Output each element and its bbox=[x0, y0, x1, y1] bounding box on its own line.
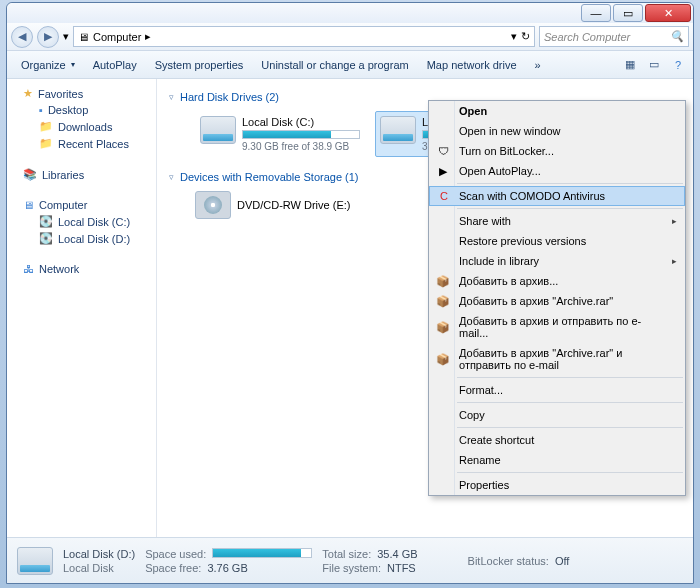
sidebar-recent-places[interactable]: 📁Recent Places bbox=[7, 135, 156, 152]
submenu-arrow-icon: ▸ bbox=[672, 216, 677, 226]
dvd-icon bbox=[195, 191, 231, 219]
menu-open-autoplay[interactable]: ▶Open AutoPlay... bbox=[429, 161, 685, 181]
refresh-icon[interactable]: ↻ bbox=[521, 30, 530, 43]
status-free-value: 3.76 GB bbox=[207, 562, 247, 574]
history-dropdown[interactable]: ▾ bbox=[63, 30, 69, 43]
sidebar-downloads[interactable]: 📁Downloads bbox=[7, 118, 156, 135]
close-button[interactable]: ✕ bbox=[645, 4, 691, 22]
toolbar-autoplay[interactable]: AutoPlay bbox=[85, 56, 145, 74]
preview-pane-icon[interactable]: ▭ bbox=[645, 56, 663, 74]
status-usage-bar bbox=[212, 548, 312, 558]
sidebar-disk-d[interactable]: 💽Local Disk (D:) bbox=[7, 230, 156, 247]
toolbar-overflow[interactable]: » bbox=[527, 56, 549, 74]
status-bitlocker-value: Off bbox=[555, 555, 569, 567]
status-fs-value: NTFS bbox=[387, 562, 416, 574]
status-drive-type: Local Disk bbox=[63, 562, 135, 574]
search-icon: 🔍 bbox=[670, 30, 684, 43]
sidebar-computer[interactable]: 🖥Computer bbox=[7, 197, 156, 213]
menu-format[interactable]: Format... bbox=[429, 380, 685, 400]
menu-restore-previous[interactable]: Restore previous versions bbox=[429, 231, 685, 251]
sidebar-disk-c[interactable]: 💽Local Disk (C:) bbox=[7, 213, 156, 230]
toolbar-system-properties[interactable]: System properties bbox=[147, 56, 252, 74]
computer-icon: 🖥 bbox=[78, 31, 89, 43]
toolbar-map-network[interactable]: Map network drive bbox=[419, 56, 525, 74]
status-total-label: Total size: bbox=[322, 548, 371, 560]
menu-copy[interactable]: Copy bbox=[429, 405, 685, 425]
minimize-button[interactable]: — bbox=[581, 4, 611, 22]
sidebar-libraries[interactable]: 📚Libraries bbox=[7, 166, 156, 183]
winrar-icon: 📦 bbox=[436, 294, 450, 308]
toolbar-uninstall[interactable]: Uninstall or change a program bbox=[253, 56, 416, 74]
comodo-icon: C bbox=[437, 189, 451, 203]
menu-properties[interactable]: Properties bbox=[429, 475, 685, 495]
view-options-icon[interactable]: ▦ bbox=[621, 56, 639, 74]
drive-icon bbox=[380, 116, 416, 144]
collapse-icon: ▿ bbox=[169, 92, 174, 102]
winrar-icon: 📦 bbox=[436, 274, 450, 288]
menu-rename[interactable]: Rename bbox=[429, 450, 685, 470]
status-used-label: Space used: bbox=[145, 548, 206, 560]
status-drive-name: Local Disk (D:) bbox=[63, 548, 135, 560]
context-menu: Open Open in new window 🛡Turn on BitLock… bbox=[428, 100, 686, 496]
menu-share-with[interactable]: Share with▸ bbox=[429, 211, 685, 231]
winrar-icon: 📦 bbox=[436, 320, 450, 334]
status-fs-label: File system: bbox=[322, 562, 381, 574]
arrow-left-icon: ◀ bbox=[18, 30, 26, 43]
menu-open-new-window[interactable]: Open in new window bbox=[429, 121, 685, 141]
menu-add-to-archive-rar[interactable]: 📦Добавить в архив "Archive.rar" bbox=[429, 291, 685, 311]
bitlocker-icon: 🛡 bbox=[436, 144, 450, 158]
sidebar-network[interactable]: 🖧Network bbox=[7, 261, 156, 277]
navigation-bar: ◀ ▶ ▾ 🖥 Computer ▸ ▾ ↻ Search Computer 🔍 bbox=[7, 23, 693, 51]
drive-icon bbox=[200, 116, 236, 144]
status-total-value: 35.4 GB bbox=[377, 548, 417, 560]
arrow-right-icon: ▶ bbox=[44, 30, 52, 43]
forward-button[interactable]: ▶ bbox=[37, 26, 59, 48]
drive-icon: 💽 bbox=[39, 215, 53, 228]
libraries-icon: 📚 bbox=[23, 168, 37, 181]
back-button[interactable]: ◀ bbox=[11, 26, 33, 48]
autoplay-icon: ▶ bbox=[436, 164, 450, 178]
drive-c-usage-bar bbox=[242, 130, 360, 139]
breadcrumb-computer[interactable]: Computer bbox=[93, 31, 141, 43]
menu-create-shortcut[interactable]: Create shortcut bbox=[429, 430, 685, 450]
menu-add-to-archive[interactable]: 📦Добавить в архив... bbox=[429, 271, 685, 291]
address-drop-icon[interactable]: ▾ bbox=[511, 30, 517, 43]
navigation-pane: ★Favorites ▪Desktop 📁Downloads 📁Recent P… bbox=[7, 79, 157, 537]
status-bitlocker-label: BitLocker status: bbox=[468, 555, 549, 567]
menu-include-library[interactable]: Include in library▸ bbox=[429, 251, 685, 271]
toolbar-organize[interactable]: Organize bbox=[13, 56, 83, 74]
status-free-label: Space free: bbox=[145, 562, 201, 574]
menu-scan-comodo[interactable]: CScan with COMODO Antivirus bbox=[429, 186, 685, 206]
status-bar: Local Disk (D:) Local Disk Space used: S… bbox=[7, 537, 693, 583]
address-bar[interactable]: 🖥 Computer ▸ ▾ ↻ bbox=[73, 26, 535, 47]
search-placeholder: Search Computer bbox=[544, 31, 630, 43]
submenu-arrow-icon: ▸ bbox=[672, 256, 677, 266]
winrar-icon: 📦 bbox=[436, 352, 450, 366]
menu-archive-rar-email[interactable]: 📦Добавить в архив "Archive.rar" и отправ… bbox=[429, 343, 685, 375]
menu-archive-email[interactable]: 📦Добавить в архив и отправить по e-mail.… bbox=[429, 311, 685, 343]
network-icon: 🖧 bbox=[23, 263, 34, 275]
drive-icon: 💽 bbox=[39, 232, 53, 245]
toolbar: Organize AutoPlay System properties Unin… bbox=[7, 51, 693, 79]
drive-c-free: 9.30 GB free of 38.9 GB bbox=[242, 141, 360, 152]
folder-icon: 📁 bbox=[39, 120, 53, 133]
drive-c-label: Local Disk (C:) bbox=[242, 116, 360, 128]
menu-open[interactable]: Open bbox=[429, 101, 685, 121]
sidebar-desktop[interactable]: ▪Desktop bbox=[7, 102, 156, 118]
help-icon[interactable]: ? bbox=[669, 56, 687, 74]
titlebar: — ▭ ✕ bbox=[7, 3, 693, 23]
maximize-button[interactable]: ▭ bbox=[613, 4, 643, 22]
dvd-drive[interactable]: DVD/CD-RW Drive (E:) bbox=[237, 199, 350, 211]
desktop-icon: ▪ bbox=[39, 104, 43, 116]
sidebar-favorites[interactable]: ★Favorites bbox=[7, 85, 156, 102]
menu-turn-on-bitlocker[interactable]: 🛡Turn on BitLocker... bbox=[429, 141, 685, 161]
drive-c[interactable]: Local Disk (C:) 9.30 GB free of 38.9 GB bbox=[195, 111, 365, 157]
drive-icon bbox=[17, 547, 53, 575]
collapse-icon: ▿ bbox=[169, 172, 174, 182]
breadcrumb-separator-icon[interactable]: ▸ bbox=[145, 30, 151, 43]
search-box[interactable]: Search Computer 🔍 bbox=[539, 26, 689, 47]
computer-icon: 🖥 bbox=[23, 199, 34, 211]
star-icon: ★ bbox=[23, 87, 33, 100]
folder-icon: 📁 bbox=[39, 137, 53, 150]
